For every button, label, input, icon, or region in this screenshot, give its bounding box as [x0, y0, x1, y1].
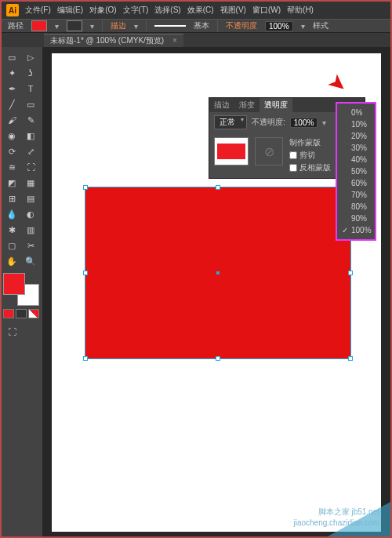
magic-wand-tool-icon[interactable]: ✦: [3, 66, 20, 80]
graph-tool-icon[interactable]: ▥: [22, 223, 39, 237]
blob-brush-tool-icon[interactable]: ◉: [3, 129, 20, 143]
screen-mode-icon[interactable]: ⛶: [3, 325, 20, 339]
draw-mode-icons[interactable]: [3, 309, 39, 318]
menu-item[interactable]: 窗口(W): [252, 5, 281, 16]
brush-preview[interactable]: [154, 25, 186, 27]
brush-label: 基本: [194, 20, 209, 31]
document-title: 未标题-1* @ 100% (CMYK/预览): [50, 36, 164, 45]
blend-mode-dropdown[interactable]: 正常: [214, 115, 247, 129]
mask-thumbnail[interactable]: ⊘: [255, 137, 283, 165]
menu-item[interactable]: 帮助(H): [287, 5, 314, 16]
rectangle-tool-icon[interactable]: ▭: [22, 97, 39, 111]
resize-handle[interactable]: [83, 356, 88, 361]
blend-tool-icon[interactable]: ◐: [22, 207, 39, 221]
clip-checkbox[interactable]: 剪切: [289, 150, 331, 161]
opacity-option[interactable]: 40%: [337, 154, 375, 165]
direct-selection-tool-icon[interactable]: ▷: [22, 50, 39, 64]
rotate-tool-icon[interactable]: ⟳: [3, 144, 20, 158]
menu-item[interactable]: 编辑(E): [57, 5, 83, 16]
artboard-tool-icon[interactable]: ▢: [3, 238, 20, 253]
menu-item[interactable]: 文件(F): [25, 5, 51, 16]
center-point-icon: [216, 271, 220, 274]
document-tab-bar: 未标题-1* @ 100% (CMYK/预览) ×: [2, 33, 390, 47]
opacity-field[interactable]: 100%: [290, 118, 318, 128]
menu-item[interactable]: 效果(C): [187, 5, 214, 16]
scale-tool-icon[interactable]: ⤢: [22, 144, 39, 158]
hand-tool-icon[interactable]: ✋: [3, 254, 20, 268]
pen-tool-icon[interactable]: ✒: [3, 82, 20, 96]
stroke-swatch[interactable]: [67, 20, 82, 31]
invert-mask-checkbox[interactable]: 反相蒙版: [289, 162, 331, 173]
panel-tab[interactable]: 描边: [209, 98, 234, 112]
paintbrush-tool-icon[interactable]: 🖌: [3, 113, 20, 127]
lasso-tool-icon[interactable]: ʖ: [22, 66, 39, 80]
color-control[interactable]: [3, 273, 39, 306]
opacity-option-selected[interactable]: ✓100%: [337, 224, 375, 236]
panel-tab-active[interactable]: 透明度: [260, 98, 292, 112]
selection-tool-icon[interactable]: ▭: [3, 50, 20, 64]
object-thumbnail[interactable]: [214, 137, 249, 165]
resize-handle[interactable]: [83, 271, 88, 275]
opacity-link[interactable]: 不透明度: [226, 20, 257, 31]
slice-tool-icon[interactable]: ✂: [22, 238, 39, 253]
opacity-dropdown-menu: 0% 10% 20% 30% 40% 50% 60% 70% 80% 90% ✓…: [336, 102, 376, 241]
resize-handle[interactable]: [216, 185, 220, 190]
opacity-option[interactable]: 0%: [337, 107, 375, 118]
opacity-option[interactable]: 60%: [337, 177, 375, 189]
line-tool-icon[interactable]: ╱: [3, 97, 20, 111]
watermark: 脚本之家 jb51.net jiaocheng.chazidian.com: [293, 507, 379, 529]
opacity-option[interactable]: 80%: [337, 201, 375, 213]
free-transform-tool-icon[interactable]: ⛶: [22, 160, 39, 174]
opacity-option[interactable]: 10%: [337, 118, 375, 130]
document-tab[interactable]: 未标题-1* @ 100% (CMYK/预览) ×: [44, 34, 183, 47]
resize-handle[interactable]: [83, 185, 88, 190]
resize-handle[interactable]: [348, 356, 353, 361]
opacity-option[interactable]: 70%: [337, 189, 375, 201]
menu-item[interactable]: 视图(V): [220, 5, 246, 16]
opacity-option[interactable]: 30%: [337, 142, 375, 154]
gradient-tool-icon[interactable]: ▤: [22, 191, 39, 205]
opacity-value[interactable]: 100%: [265, 21, 293, 31]
opacity-option[interactable]: 20%: [337, 130, 375, 142]
shape-builder-tool-icon[interactable]: ◩: [3, 176, 20, 190]
zoom-tool-icon[interactable]: 🔍: [22, 254, 39, 268]
make-mask-button[interactable]: 制作蒙版: [289, 137, 331, 148]
mesh-tool-icon[interactable]: ⊞: [3, 191, 20, 205]
stroke-link[interactable]: 描边: [111, 20, 126, 31]
resize-handle[interactable]: [216, 356, 220, 361]
opacity-label: 不透明度:: [252, 117, 285, 128]
app-logo: Ai: [6, 4, 19, 16]
menu-bar: Ai 文件(F) 编辑(E) 对象(O) 文字(T) 选择(S) 效果(C) 视…: [2, 2, 390, 19]
fill-swatch[interactable]: [31, 20, 47, 31]
control-bar: 路径 ▾ ▾ 描边 ▾ 基本 不透明度 100% ▾ 样式: [2, 19, 390, 33]
close-tab-icon[interactable]: ×: [172, 36, 177, 45]
menu-item[interactable]: 对象(O): [89, 5, 116, 16]
selected-rectangle[interactable]: [85, 187, 351, 359]
width-tool-icon[interactable]: ≋: [3, 160, 20, 174]
pencil-tool-icon[interactable]: ✎: [22, 113, 39, 127]
eyedropper-tool-icon[interactable]: 💧: [3, 207, 20, 221]
opacity-option[interactable]: 90%: [337, 213, 375, 224]
menu-item[interactable]: 文字(T): [123, 5, 149, 16]
opacity-dropdown-icon[interactable]: ▾: [322, 118, 326, 127]
style-label[interactable]: 样式: [313, 20, 328, 31]
foreground-color[interactable]: [3, 273, 25, 295]
perspective-tool-icon[interactable]: ▦: [22, 176, 39, 190]
symbol-sprayer-tool-icon[interactable]: ✱: [3, 223, 20, 237]
resize-handle[interactable]: [348, 271, 353, 275]
selection-type-label: 路径: [8, 20, 24, 31]
menu-item[interactable]: 选择(S): [154, 5, 180, 16]
opacity-option[interactable]: 50%: [337, 165, 375, 177]
panel-tab[interactable]: 渐变: [234, 98, 260, 112]
eraser-tool-icon[interactable]: ◧: [22, 129, 39, 143]
type-tool-icon[interactable]: T: [22, 82, 39, 96]
toolbox: ▭ ▷ ✦ ʖ ✒ T ╱ ▭ 🖌 ✎ ◉ ◧ ⟳ ⤢ ≋ ⛶ ◩ ▦ ⊞ ▤ …: [2, 47, 42, 536]
